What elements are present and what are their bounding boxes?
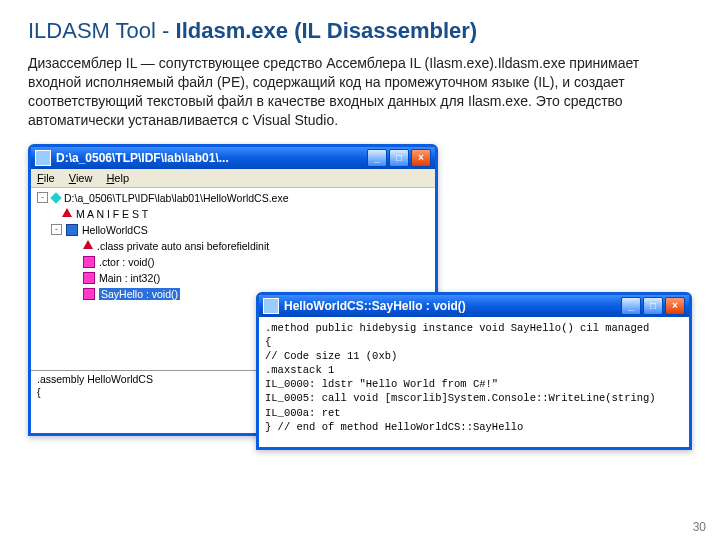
code-line: .maxstack 1 xyxy=(265,363,683,377)
code-line: IL_0005: call void [mscorlib]System.Cons… xyxy=(265,391,683,405)
minimize-button[interactable]: _ xyxy=(367,149,387,167)
close-button[interactable]: × xyxy=(411,149,431,167)
code-line: { xyxy=(265,335,683,349)
expand-icon[interactable]: - xyxy=(51,224,62,235)
app-icon xyxy=(35,150,51,166)
titlebar: D:\a_0506\TLP\IDF\lab\lab01\... _ □ × xyxy=(31,147,435,169)
menu-view[interactable]: View xyxy=(69,172,93,184)
minimize-button[interactable]: _ xyxy=(621,297,641,315)
manifest-icon xyxy=(62,208,72,217)
method-icon xyxy=(83,288,95,300)
title-bold: Ildasm.exe (IL Disassembler) xyxy=(176,18,478,43)
close-button[interactable]: × xyxy=(665,297,685,315)
description: Дизассемблер IL — сопутствующее средство… xyxy=(28,54,692,130)
code-content: .method public hidebysig instance void S… xyxy=(259,317,689,438)
menubar: File View Help xyxy=(31,169,435,188)
code-line: .method public hidebysig instance void S… xyxy=(265,321,683,335)
tree-classdef[interactable]: .class private auto ansi beforefieldinit xyxy=(37,238,433,254)
method-icon xyxy=(83,256,95,268)
page-title: ILDASM Tool - Ildasm.exe (IL Disassemble… xyxy=(28,18,692,44)
page-number: 30 xyxy=(693,520,706,534)
class-icon xyxy=(66,224,78,236)
code-line: IL_0000: ldstr "Hello World from C#!" xyxy=(265,377,683,391)
menu-help[interactable]: Help xyxy=(106,172,129,184)
tree-ctor[interactable]: .ctor : void() xyxy=(37,254,433,270)
tree-root[interactable]: -D:\a_0506\TLP\IDF\lab\lab01\HelloWorldC… xyxy=(37,190,433,206)
screenshot-area: D:\a_0506\TLP\IDF\lab\lab01\... _ □ × Fi… xyxy=(28,144,688,444)
code-line: } // end of method HelloWorldCS::SayHell… xyxy=(265,420,683,434)
titlebar: HelloWorldCS::SayHello : void() _ □ × xyxy=(259,295,689,317)
expand-icon[interactable]: - xyxy=(37,192,48,203)
window-title: HelloWorldCS::SayHello : void() xyxy=(284,299,621,313)
window-title: D:\a_0506\TLP\IDF\lab\lab01\... xyxy=(56,151,367,165)
decorative-ribbon xyxy=(0,468,380,510)
maximize-button[interactable]: □ xyxy=(389,149,409,167)
method-icon xyxy=(83,272,95,284)
tree-manifest[interactable]: M A N I F E S T xyxy=(37,206,433,222)
tree-class[interactable]: -HelloWorldCS xyxy=(37,222,433,238)
title-plain: ILDASM Tool - xyxy=(28,18,176,43)
assembly-icon xyxy=(50,192,61,203)
code-line: IL_000a: ret xyxy=(265,406,683,420)
maximize-button[interactable]: □ xyxy=(643,297,663,315)
il-code-window: HelloWorldCS::SayHello : void() _ □ × .m… xyxy=(256,292,692,450)
tree-main[interactable]: Main : int32() xyxy=(37,270,433,286)
info-icon xyxy=(83,240,93,249)
code-line: // Code size 11 (0xb) xyxy=(265,349,683,363)
menu-file[interactable]: File xyxy=(37,172,55,184)
app-icon xyxy=(263,298,279,314)
